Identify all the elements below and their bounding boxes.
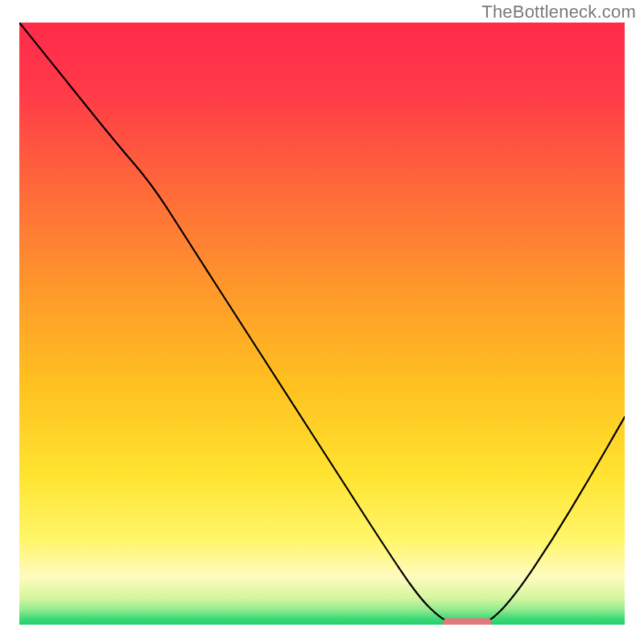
chart-svg [19, 23, 625, 625]
chart-stage: TheBottleneck.com [0, 0, 644, 644]
gradient-background [19, 23, 625, 625]
plot-area [19, 23, 625, 625]
watermark-text: TheBottleneck.com [481, 2, 636, 23]
optimal-marker [443, 618, 491, 625]
